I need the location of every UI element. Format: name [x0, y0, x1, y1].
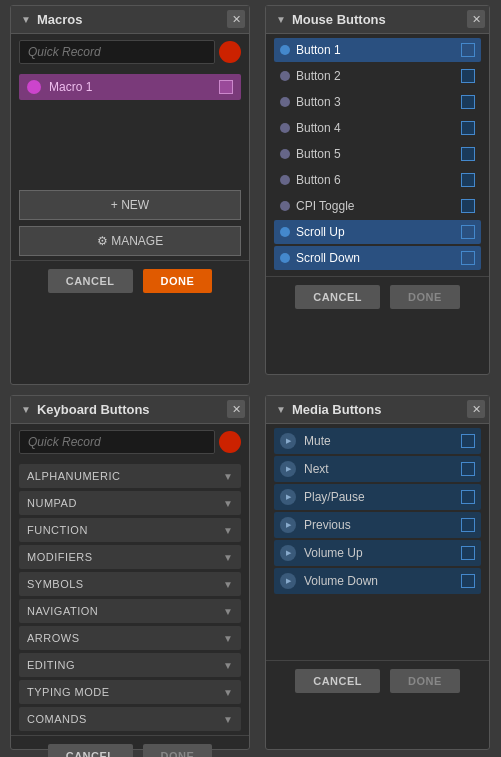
keyboard-cancel-button[interactable]: CANCEL — [48, 744, 133, 757]
media-item-label: Mute — [304, 434, 453, 448]
keyboard-panel: ▼ Keyboard Buttons ✕ ALPHANUMERIC ▼ NUMP… — [10, 395, 250, 750]
media-list: Mute Next Play/Pause Previous Volume Up … — [266, 424, 489, 600]
media-cancel-button[interactable]: CANCEL — [295, 669, 380, 693]
kb-item-typing-mode[interactable]: TYPING MODE ▼ — [19, 680, 241, 704]
media-item-volumeup[interactable]: Volume Up — [274, 540, 481, 566]
mouse-item-button4[interactable]: Button 4 — [274, 116, 481, 140]
macros-done-button[interactable]: DONE — [143, 269, 213, 293]
macros-search-row — [11, 34, 249, 70]
mouse-item-label: Button 3 — [296, 95, 455, 109]
mouse-dot-icon — [280, 149, 290, 159]
macros-panel: ▼ Macros ✕ Macro 1 + NEW ⚙ MANAGE CANCEL… — [10, 5, 250, 385]
mouse-item-check — [461, 251, 475, 265]
macros-record-button[interactable] — [219, 41, 241, 63]
kb-arrow-icon: ▼ — [223, 498, 233, 509]
media-close-button[interactable]: ✕ — [467, 400, 485, 418]
mouse-dot-icon — [280, 45, 290, 55]
keyboard-header: ▼ Keyboard Buttons — [11, 396, 249, 424]
mouse-close-button[interactable]: ✕ — [467, 10, 485, 28]
kb-arrow-icon: ▼ — [223, 687, 233, 698]
macros-title: Macros — [37, 12, 83, 27]
media-item-next[interactable]: Next — [274, 456, 481, 482]
media-item-playpause[interactable]: Play/Pause — [274, 484, 481, 510]
macros-cancel-button[interactable]: CANCEL — [48, 269, 133, 293]
kb-item-function[interactable]: FUNCTION ▼ — [19, 518, 241, 542]
media-done-button[interactable]: DONE — [390, 669, 460, 693]
keyboard-done-button[interactable]: DONE — [143, 744, 213, 757]
mouse-item-button6[interactable]: Button 6 — [274, 168, 481, 192]
keyboard-search-row — [11, 424, 249, 460]
media-item-previous[interactable]: Previous — [274, 512, 481, 538]
kb-item-arrows[interactable]: ARROWS ▼ — [19, 626, 241, 650]
media-item-label: Volume Up — [304, 546, 453, 560]
keyboard-record-button[interactable] — [219, 431, 241, 453]
mouse-item-check — [461, 43, 475, 57]
mouse-item-scrolldown[interactable]: Scroll Down — [274, 246, 481, 270]
kb-item-numpad[interactable]: NUMPAD ▼ — [19, 491, 241, 515]
mouse-arrow-icon: ▼ — [276, 14, 286, 25]
kb-item-comands[interactable]: COMANDS ▼ — [19, 707, 241, 731]
macros-manage-button[interactable]: ⚙ MANAGE — [19, 226, 241, 256]
mouse-item-label: Button 1 — [296, 43, 455, 57]
macros-close-button[interactable]: ✕ — [227, 10, 245, 28]
macros-header: ▼ Macros — [11, 6, 249, 34]
media-play-icon — [280, 433, 296, 449]
kb-item-navigation[interactable]: NAVIGATION ▼ — [19, 599, 241, 623]
kb-arrow-icon: ▼ — [223, 660, 233, 671]
media-panel: ▼ Media Buttons ✕ Mute Next Play/Pause P… — [265, 395, 490, 750]
kb-item-label: ALPHANUMERIC — [27, 470, 120, 482]
macros-arrow-icon: ▼ — [21, 14, 31, 25]
kb-item-editing[interactable]: EDITING ▼ — [19, 653, 241, 677]
mouse-cancel-button[interactable]: CANCEL — [295, 285, 380, 309]
mouse-item-label: Button 5 — [296, 147, 455, 161]
mouse-item-check — [461, 199, 475, 213]
kb-item-symbols[interactable]: SYMBOLS ▼ — [19, 572, 241, 596]
mouse-item-cpi[interactable]: CPI Toggle — [274, 194, 481, 218]
macros-new-button[interactable]: + NEW — [19, 190, 241, 220]
mouse-item-button1[interactable]: Button 1 — [274, 38, 481, 62]
kb-item-label: NAVIGATION — [27, 605, 98, 617]
mouse-item-button3[interactable]: Button 3 — [274, 90, 481, 114]
mouse-footer: CANCEL DONE — [266, 276, 489, 317]
mouse-item-check — [461, 69, 475, 83]
mouse-item-label: Button 6 — [296, 173, 455, 187]
kb-item-alphanumeric[interactable]: ALPHANUMERIC ▼ — [19, 464, 241, 488]
media-item-check — [461, 434, 475, 448]
mouse-item-button5[interactable]: Button 5 — [274, 142, 481, 166]
media-title: Media Buttons — [292, 402, 382, 417]
kb-arrow-icon: ▼ — [223, 579, 233, 590]
mouse-done-button[interactable]: DONE — [390, 285, 460, 309]
media-item-check — [461, 490, 475, 504]
mouse-list: Button 1 Button 2 Button 3 Button 4 Butt… — [266, 34, 489, 276]
macro-item-check — [219, 80, 233, 94]
kb-arrow-icon: ▼ — [223, 606, 233, 617]
kb-item-label: NUMPAD — [27, 497, 77, 509]
media-item-check — [461, 546, 475, 560]
keyboard-arrow-icon: ▼ — [21, 404, 31, 415]
media-item-check — [461, 574, 475, 588]
kb-item-modifiers[interactable]: MODIFIERS ▼ — [19, 545, 241, 569]
mouse-dot-icon — [280, 175, 290, 185]
media-play-icon — [280, 461, 296, 477]
media-item-label: Volume Down — [304, 574, 453, 588]
kb-item-label: COMANDS — [27, 713, 87, 725]
mouse-item-scrollup[interactable]: Scroll Up — [274, 220, 481, 244]
macro-item[interactable]: Macro 1 — [19, 74, 241, 100]
keyboard-search-input[interactable] — [19, 430, 215, 454]
keyboard-list: ALPHANUMERIC ▼ NUMPAD ▼ FUNCTION ▼ MODIF… — [11, 460, 249, 735]
media-item-label: Next — [304, 462, 453, 476]
kb-arrow-icon: ▼ — [223, 525, 233, 536]
keyboard-close-button[interactable]: ✕ — [227, 400, 245, 418]
media-item-volumedown[interactable]: Volume Down — [274, 568, 481, 594]
media-item-mute[interactable]: Mute — [274, 428, 481, 454]
kb-item-label: EDITING — [27, 659, 75, 671]
mouse-item-check — [461, 147, 475, 161]
mouse-item-button2[interactable]: Button 2 — [274, 64, 481, 88]
media-header: ▼ Media Buttons — [266, 396, 489, 424]
media-item-check — [461, 462, 475, 476]
media-item-check — [461, 518, 475, 532]
media-play-icon — [280, 517, 296, 533]
mouse-item-check — [461, 95, 475, 109]
macros-search-input[interactable] — [19, 40, 215, 64]
media-item-label: Play/Pause — [304, 490, 453, 504]
